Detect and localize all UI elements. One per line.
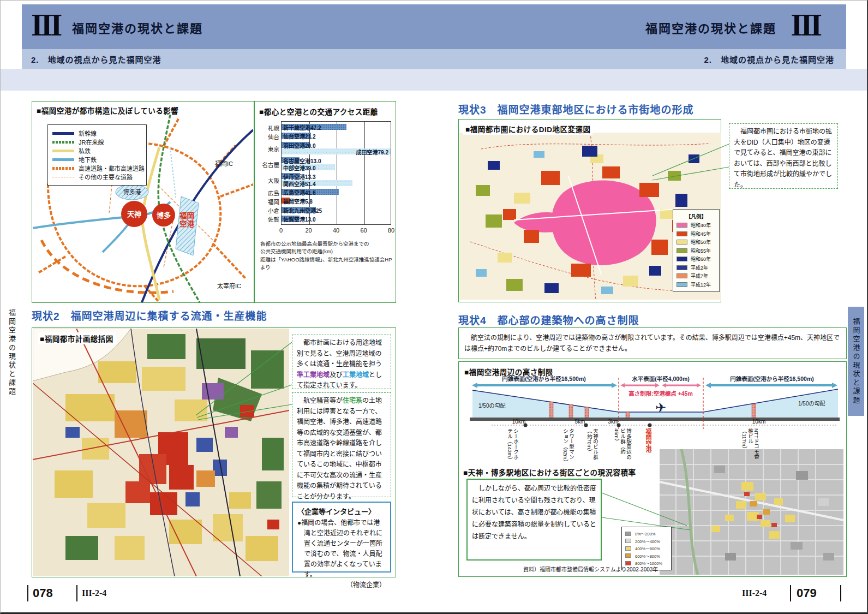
genjo4-heading: 現状4 都心部の建築物への高さ制限 <box>458 312 639 327</box>
footer-rule <box>790 585 791 601</box>
influence-map-legend-box: 新幹線JR在来線私鉄地下鉄高速道路・都市高速道路その他の主要な道路 <box>47 124 147 186</box>
did-map-title: ■福岡都市圏におけるDID地区変遷図 <box>463 123 592 135</box>
did-legend-label: 平成12年 <box>691 281 711 288</box>
genjo2-callout1: 都市計画における用途地域別で見ると、空港周辺地域の多くは流通・生産機能を担う準工… <box>292 335 391 389</box>
gridline <box>364 122 365 224</box>
side-tab-right-label: 福岡空港の現状と課題 <box>851 318 861 405</box>
far-map <box>660 449 843 575</box>
far-legend-swatch <box>625 546 631 551</box>
legend-item: 高速道路・都市高速道路 <box>52 164 142 172</box>
dist-5km: 5km <box>575 419 585 425</box>
legend-item: 私鉄 <box>52 146 142 155</box>
did-legend-label: 昭和60年 <box>691 255 711 263</box>
chart-bar: 中部空港39.0 <box>282 164 335 170</box>
legend-line-sample <box>52 150 74 152</box>
genjo4-main-box: ■福岡空港周辺の高さ制限 円錐表面(空港から半径16,500m) 水平表面(半径… <box>458 361 847 577</box>
legend-line-sample <box>52 167 74 170</box>
chart-bar: 羽田空港20.0 <box>282 142 309 148</box>
chart-bar: 名古屋空港13.0 <box>282 157 300 163</box>
building-label: タワー型マンション（92m） <box>562 428 574 462</box>
did-legend-item: 平成12年 <box>677 281 716 289</box>
far-legend-label: 400%～600% <box>635 545 660 551</box>
dist-10km-right: 10km <box>752 419 765 425</box>
genjo3-callout: 福岡都市圏における市街地の拡大をDID（人口集中）地区の変遷で見てみると、福岡空… <box>729 123 838 189</box>
influence-map-legend: 新幹線JR在来線私鉄地下鉄高速道路・都市高速道路その他の主要な道路 <box>52 129 142 181</box>
did-legend-label: 平成7年 <box>691 272 708 279</box>
did-legend-swatch <box>677 240 687 245</box>
chapter-numeral-right: III <box>791 10 820 40</box>
far-legend-item: 400%～600% <box>625 545 668 552</box>
subway-line <box>33 202 170 252</box>
did-legend-swatch <box>677 273 687 278</box>
did-legend-label: 昭和50年 <box>691 239 711 246</box>
building-label: シーホークホテル（143m） <box>507 428 519 462</box>
x-tick-label: 20 <box>303 227 315 234</box>
chart-bar: 成田空港79.2 <box>282 148 391 154</box>
chart-bar: 新北九州空港25 <box>282 207 316 213</box>
genjo2-heading: 現状2 福岡空港周辺に集積する流通・生産機能 <box>32 308 267 323</box>
did-legend-label: 昭和45年 <box>691 230 711 237</box>
did-legend-item: 平成7年 <box>677 272 716 281</box>
river <box>170 147 176 198</box>
slope-left-label: 1/50の勾配 <box>478 402 505 409</box>
did-legend-title: 【凡例】 <box>677 212 716 220</box>
legend-label: JR在来線 <box>79 138 104 146</box>
section-number-right: III-2-4 <box>742 588 767 598</box>
far-legend-swatch <box>625 532 631 536</box>
genjo4-intro-box: 航空法の規制により、空港周辺では建築物の高さが制限されています。その結果、博多駅… <box>458 327 847 359</box>
hakata-label: 博多 <box>157 211 171 219</box>
genjo2-interview-box: 〈企業等インタビュー〉 ●福岡の場合、他都市では港湾と空港近辺のそれぞれに置く流… <box>292 502 391 573</box>
did-legend-item: 昭和50年 <box>677 238 716 247</box>
chart-bar: 佐賀空港13.0 <box>282 216 300 222</box>
page-title-right: 福岡空港の現状と課題 <box>645 19 776 36</box>
hakata-port-label: 博多港 <box>123 188 141 195</box>
x-tick-label: 0 <box>275 227 287 234</box>
dist-3km: 3km <box>608 419 619 425</box>
far-legend-swatch <box>625 539 631 543</box>
did-legend-item: 昭和40年 <box>677 221 716 230</box>
city-label: 大阪 <box>256 176 279 184</box>
did-map-box: ■福岡都市圏におけるDID地区変遷図 【凡例】 昭和40年昭和45年昭和50年昭… <box>458 119 721 302</box>
page-subtitle-right: 2. 地域の視点から見た福岡空港 <box>704 53 834 65</box>
page-title-left: 福岡空港の現状と課題 <box>72 19 203 36</box>
legend-item: JR在来線 <box>52 138 142 146</box>
did-legend-label: 昭和40年 <box>691 222 711 229</box>
did-legend-swatch <box>677 282 687 287</box>
bar-value-label: 福岡空港5.8 <box>283 197 313 205</box>
legend-line-sample <box>52 177 74 177</box>
page-number-right: 079 <box>797 586 817 600</box>
did-legend-swatch <box>677 223 687 228</box>
legend-item: 地下鉄 <box>52 155 142 164</box>
airplane-icon: ✈ <box>655 400 666 415</box>
far-legend-swatch <box>625 553 631 558</box>
interview-attribution: （物流企業） <box>297 580 386 591</box>
section-number-left: III-2-4 <box>82 588 106 598</box>
bar-value-label: 関西空港51.4 <box>283 180 315 188</box>
far-map-source: 資料）福岡市都市整備局情報システムより2002-2003年 <box>523 565 658 573</box>
influence-map-box: ■福岡空港が都市構造に及ぼしている影響 天神 博多 博多港 福岡IC 太宰府IC… <box>32 101 254 303</box>
legend-label: 新幹線 <box>79 129 97 138</box>
influence-map-title: ■福岡空港が都市構造に及ぼしている影響 <box>37 105 178 116</box>
building-label: 福岡空港 <box>645 428 651 457</box>
side-tab-left: 福岡空港の現状と課題 <box>7 309 17 396</box>
city-plan-map <box>33 329 289 576</box>
did-legend-item: 昭和45年 <box>677 230 716 239</box>
city-label: 名古屋 <box>256 160 279 169</box>
legend-item: その他の主要な道路 <box>52 172 142 181</box>
footer-rule <box>840 585 841 601</box>
fukuoka-ic-label: 福岡IC <box>215 160 233 167</box>
city-label: 仙台 <box>256 133 279 141</box>
building-label: NTTドコモ香椎ビル（117m） <box>741 428 759 462</box>
city-label: 広島 <box>256 189 279 197</box>
city-label: 佐賀 <box>256 215 279 223</box>
chart-bar: 関西空港51.4 <box>282 180 352 186</box>
legend-line-sample <box>52 158 74 161</box>
center-surface-label: 水平表面(半径4,000m) <box>631 376 690 382</box>
did-legend-swatch <box>677 248 687 253</box>
access-chart-note: 各都市の公示地価最高点最寄駅から空港までの 公共交通機関利用での距離(km) 距… <box>260 240 393 271</box>
height-diagram-title: ■福岡空港周辺の高さ制限 <box>464 366 553 377</box>
city-label: 東京 <box>256 145 279 153</box>
legend-line-sample <box>52 132 74 135</box>
bar-value-label: 新千歳空港47.2 <box>283 123 321 132</box>
did-legend-item: 昭和55年 <box>677 247 716 255</box>
